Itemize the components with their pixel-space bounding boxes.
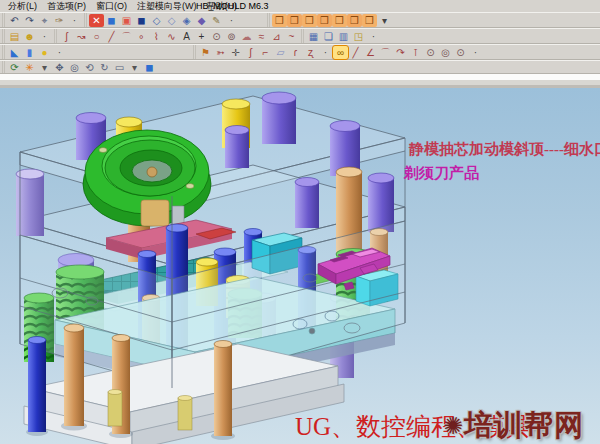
cone-icon[interactable]: ◣ bbox=[7, 46, 22, 59]
mw-cavity-layout-icon[interactable]: ❒ bbox=[332, 14, 347, 27]
snapshot-icon[interactable]: ▣ bbox=[119, 14, 134, 27]
more-icon[interactable]: · bbox=[52, 46, 67, 59]
circle-point-icon[interactable]: ⊙ bbox=[453, 46, 468, 59]
extract-curve-icon[interactable]: ❏ bbox=[321, 30, 336, 43]
toolbar-feature: ◣▮●· ⚑➳✛ʃ⌐▱ɾʐ·∞╱∠⌒↷⊺⊙◎⊙· bbox=[0, 44, 600, 60]
toolbar-group-view: ✕◼▣◼◇◇◈◆✎· bbox=[84, 13, 241, 27]
mw-parting-icon[interactable]: ❒ bbox=[362, 14, 377, 27]
toolbar-group-display: ⟳✳▾✥◎⟲↻▭▾◼ bbox=[2, 61, 159, 73]
toolbar-group-sketch-tools: ⚑➳✛ʃ⌐▱ɾʐ·∞╱∠⌒↷⊺⊙◎⊙· bbox=[193, 45, 485, 59]
viewport-annotation-title: 静模抽芯加动模斜顶----细水口模 bbox=[409, 140, 600, 159]
more-icon[interactable]: · bbox=[67, 14, 82, 27]
cylinder-icon[interactable]: ▮ bbox=[22, 46, 37, 59]
toolbar-group-curves: ʃ↝○╱⌒∘⌇∿A+⊙⊚☁≈⊿~ bbox=[54, 29, 301, 43]
quick-trim-icon[interactable]: ɾ bbox=[288, 46, 303, 59]
mw-mold-csys-icon[interactable]: ❒ bbox=[287, 14, 302, 27]
mw-mold-tools-icon[interactable]: ❒ bbox=[347, 14, 362, 27]
hidden-line-view-icon[interactable]: ◇ bbox=[164, 14, 179, 27]
studio-view-icon[interactable]: ◈ bbox=[179, 14, 194, 27]
fillet-icon[interactable]: ⌒ bbox=[378, 46, 393, 59]
arc-icon[interactable]: ⌒ bbox=[119, 30, 134, 43]
remove-parameters-icon[interactable]: ✕ bbox=[89, 14, 104, 27]
zoom-window-icon[interactable]: ▭ bbox=[112, 61, 127, 74]
selection-tool-icon[interactable]: ✑ bbox=[52, 14, 67, 27]
chevron-down-icon[interactable]: ▾ bbox=[37, 61, 52, 74]
quick-extend-icon[interactable]: ʐ bbox=[303, 46, 318, 59]
rotate-icon[interactable]: ⟲ bbox=[82, 61, 97, 74]
sketch-circle-icon[interactable]: ⊙ bbox=[423, 46, 438, 59]
finish-sketch-icon[interactable]: ⚑ bbox=[198, 46, 213, 59]
menu-analysis[interactable]: 分析(L) bbox=[3, 0, 42, 12]
toolbar-view-ops: ⟳✳▾✥◎⟲↻▭▾◼ bbox=[0, 60, 600, 74]
undo-icon[interactable]: ↶ bbox=[7, 14, 22, 27]
more-icon[interactable]: · bbox=[468, 46, 483, 59]
more-icon[interactable]: · bbox=[318, 46, 333, 59]
shaded-display-icon[interactable]: ◼ bbox=[142, 61, 157, 74]
sketch-arc-icon[interactable]: ↷ bbox=[393, 46, 408, 59]
menu-moldwizard[interactable]: 注塑模向导(W) bbox=[132, 0, 202, 12]
point-icon[interactable]: ∘ bbox=[134, 30, 149, 43]
toolbar-group-file: ▤☻· bbox=[2, 29, 54, 43]
more-icon[interactable]: · bbox=[366, 30, 381, 43]
orbit-icon[interactable]: ↻ bbox=[97, 61, 112, 74]
circle-icon[interactable]: ○ bbox=[89, 30, 104, 43]
user-role-icon[interactable]: ☻ bbox=[22, 30, 37, 43]
dark-shaded-view-icon[interactable]: ◼ bbox=[134, 14, 149, 27]
circle-dashed-icon[interactable]: ◎ bbox=[438, 46, 453, 59]
wireframe-view-icon[interactable]: ◇ bbox=[149, 14, 164, 27]
face-analysis-icon[interactable]: ◆ bbox=[194, 14, 209, 27]
edit-display-icon[interactable]: ✎ bbox=[209, 14, 224, 27]
toolbar-group-moldwizard: ❒❒❒❒❒❒❒▾ bbox=[267, 13, 394, 27]
mw-workpiece-icon[interactable]: ❒ bbox=[317, 14, 332, 27]
orient-view-icon[interactable]: ➳ bbox=[213, 46, 228, 59]
more-icon[interactable]: · bbox=[224, 14, 239, 27]
profile-icon[interactable]: ∞ bbox=[333, 46, 348, 59]
toolbar-standard: ↶↷⌖✑· ✕◼▣◼◇◇◈◆✎· ❒❒❒❒❒❒❒▾ bbox=[0, 12, 600, 28]
measure-icon[interactable]: ⌖ bbox=[37, 14, 52, 27]
redo-icon[interactable]: ↷ bbox=[22, 14, 37, 27]
more-icon[interactable]: ▾ bbox=[377, 14, 392, 27]
open-file-icon[interactable]: ▤ bbox=[7, 30, 22, 43]
mw-shrinkage-icon[interactable]: ❒ bbox=[302, 14, 317, 27]
mw-initialize-project-icon[interactable]: ❒ bbox=[272, 14, 287, 27]
corner-icon[interactable]: ⌐ bbox=[258, 46, 273, 59]
toolbar-group-primitives: ◣▮●· bbox=[2, 45, 69, 59]
line-icon[interactable]: ╱ bbox=[104, 30, 119, 43]
pattern-curve-icon[interactable]: ▥ bbox=[336, 30, 351, 43]
menu-preferences[interactable]: 首选项(P) bbox=[42, 0, 91, 12]
zoom-icon[interactable]: ◎ bbox=[67, 61, 82, 74]
sketch-line-icon[interactable]: ╱ bbox=[348, 46, 363, 59]
datum-plane-icon[interactable]: ◳ bbox=[351, 30, 366, 43]
menu-window[interactable]: 窗口(O) bbox=[91, 0, 132, 12]
sheet-icon[interactable]: ▱ bbox=[273, 46, 288, 59]
pan-icon[interactable]: ✥ bbox=[52, 61, 67, 74]
cloud-icon[interactable]: ☁ bbox=[239, 30, 254, 43]
circle-center-icon[interactable]: ⊙ bbox=[209, 30, 224, 43]
graphics-viewport[interactable]: 静模抽芯加动模斜顶----细水口模 剃须刀产品 UG、数控编程、模具 ✺ 培训帮… bbox=[0, 88, 600, 444]
chevron-down-icon[interactable]: ▾ bbox=[127, 61, 142, 74]
point-constructor-icon[interactable]: + bbox=[194, 30, 209, 43]
derived-line-icon[interactable]: ∠ bbox=[363, 46, 378, 59]
reattach-icon[interactable]: ✛ bbox=[228, 46, 243, 59]
spline-icon[interactable]: ∿ bbox=[164, 30, 179, 43]
triangle-icon[interactable]: ⊿ bbox=[269, 30, 284, 43]
ellipse-icon[interactable]: ⊚ bbox=[224, 30, 239, 43]
sketch-task-icon[interactable]: ▦ bbox=[306, 30, 321, 43]
offset-curve-icon[interactable]: ~ bbox=[284, 30, 299, 43]
sphere-icon[interactable]: ● bbox=[37, 46, 52, 59]
trim-recipe-icon[interactable]: ⊺ bbox=[408, 46, 423, 59]
more-icon[interactable]: · bbox=[37, 30, 52, 43]
shaded-view-icon[interactable]: ◼ bbox=[104, 14, 119, 27]
studio-spline-icon[interactable]: ↝ bbox=[74, 30, 89, 43]
helix-icon[interactable]: ≈ bbox=[254, 30, 269, 43]
sketch-profile-icon[interactable]: ʃ bbox=[59, 30, 74, 43]
polyline-icon[interactable]: ⌇ bbox=[149, 30, 164, 43]
watermark-text: 培训帮网 bbox=[464, 406, 584, 444]
watermark: ✺ 培训帮网 bbox=[443, 406, 584, 444]
sun-logo-icon: ✺ bbox=[443, 412, 463, 440]
curve-fit-icon[interactable]: ʃ bbox=[243, 46, 258, 59]
text-icon[interactable]: A bbox=[179, 30, 194, 43]
toolbar-group-edit: ↶↷⌖✑· bbox=[2, 13, 84, 27]
fit-view-icon[interactable]: ✳ bbox=[22, 61, 37, 74]
refresh-icon[interactable]: ⟳ bbox=[7, 61, 22, 74]
